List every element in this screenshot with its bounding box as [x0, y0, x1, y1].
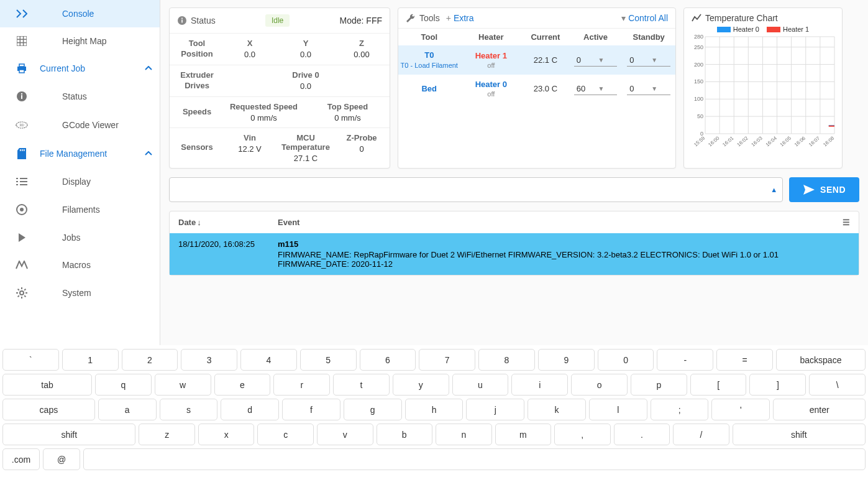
- sidebar-label: Macros: [32, 260, 91, 270]
- sidebar-item-console[interactable]: Console: [0, 0, 160, 27]
- key-e[interactable]: e: [214, 374, 271, 396]
- key-space[interactable]: [83, 448, 866, 470]
- tool-t0-link[interactable]: T0: [398, 50, 460, 60]
- heater0-link[interactable]: Heater 0: [460, 80, 523, 89]
- col-tool: Tool: [398, 32, 460, 42]
- key-enter[interactable]: enter: [773, 399, 866, 420]
- key-m[interactable]: m: [495, 424, 552, 445]
- key-@[interactable]: @: [43, 448, 80, 470]
- key-x[interactable]: x: [198, 424, 255, 445]
- key-y[interactable]: y: [393, 374, 449, 396]
- sidebar-item-jobs[interactable]: Jobs: [0, 224, 160, 251]
- key-.com[interactable]: .com: [2, 448, 40, 470]
- heater1-link[interactable]: Heater 1: [460, 51, 523, 60]
- key-.[interactable]: .: [614, 424, 670, 445]
- bed-active-select[interactable]: 60▼: [574, 83, 618, 95]
- key-1[interactable]: 1: [62, 349, 119, 371]
- key-v[interactable]: v: [317, 424, 373, 445]
- t0-standby-select[interactable]: 0▼: [627, 54, 670, 67]
- svg-text:150: 150: [694, 78, 703, 85]
- sidebar-label: Current Job: [40, 63, 85, 73]
- main-content: Status Idle Mode: FFF Tool Position X0.0…: [160, 0, 868, 348]
- key-backspace[interactable]: backspace: [776, 349, 866, 371]
- sidebar-item-system[interactable]: System: [0, 279, 160, 307]
- key-3[interactable]: 3: [181, 349, 237, 371]
- axis-z-label: Z: [334, 39, 390, 48]
- key-l[interactable]: l: [589, 399, 647, 420]
- key-8[interactable]: 8: [478, 349, 535, 371]
- key-5[interactable]: 5: [300, 349, 357, 371]
- key-u[interactable]: u: [452, 374, 509, 396]
- temperature-chart-card: Temperature Chart Heater 0 Heater 1 0501…: [683, 7, 843, 169]
- key-p[interactable]: p: [631, 374, 687, 396]
- key-shift[interactable]: shift: [733, 424, 866, 445]
- key-caps[interactable]: caps: [2, 399, 95, 420]
- key-`[interactable]: `: [2, 349, 59, 371]
- tool-bed-link[interactable]: Bed: [398, 84, 460, 93]
- key-[[interactable]: [: [690, 374, 747, 396]
- bed-standby-select[interactable]: 0▼: [627, 83, 670, 95]
- key-g[interactable]: g: [344, 399, 402, 420]
- key-][interactable]: ]: [749, 374, 806, 396]
- key-shift[interactable]: shift: [2, 424, 135, 445]
- sidebar-item-filaments[interactable]: Filaments: [0, 195, 160, 224]
- vin-label: Vin: [222, 133, 278, 142]
- t0-active-select[interactable]: 0▼: [574, 54, 618, 67]
- key-/[interactable]: /: [673, 424, 729, 445]
- sidebar-item-status[interactable]: Status: [0, 82, 160, 111]
- key-2[interactable]: 2: [122, 349, 178, 371]
- sidebar-group-currentjob[interactable]: Current Job: [0, 55, 160, 82]
- grid-icon: [11, 36, 32, 46]
- key-z[interactable]: z: [139, 424, 195, 445]
- sidebar-item-heightmap[interactable]: Height Map: [0, 27, 160, 55]
- svg-line-31: [18, 295, 19, 297]
- key-7[interactable]: 7: [419, 349, 475, 371]
- key-f[interactable]: f: [282, 399, 340, 420]
- key-'[interactable]: ': [711, 399, 770, 420]
- sidebar-label: System: [32, 288, 91, 298]
- key-b[interactable]: b: [377, 424, 433, 445]
- key-h[interactable]: h: [405, 399, 464, 420]
- console-menu-button[interactable]: ☰: [843, 218, 850, 227]
- extra-link[interactable]: Extra: [454, 13, 474, 23]
- key-t[interactable]: t: [333, 374, 390, 396]
- key-a[interactable]: a: [98, 399, 157, 420]
- gcode-input[interactable]: ▲: [169, 177, 783, 202]
- svg-rect-14: [22, 149, 23, 151]
- control-all-link[interactable]: Control All: [628, 13, 668, 23]
- tool-t0-loadfilament[interactable]: T0 - Load Filament: [398, 61, 460, 70]
- key-tab[interactable]: tab: [2, 374, 92, 396]
- key-=[interactable]: =: [716, 349, 773, 371]
- key-0[interactable]: 0: [598, 349, 654, 371]
- key-c[interactable]: c: [257, 424, 314, 445]
- chevron-up-icon[interactable]: ▲: [770, 186, 777, 193]
- sidebar-group-filemgmt[interactable]: File Management: [0, 139, 160, 168]
- chart-icon: [692, 14, 701, 22]
- sidebar-item-display[interactable]: Display: [0, 168, 160, 195]
- key-n[interactable]: n: [436, 424, 492, 445]
- sidebar-item-macros[interactable]: Macros: [0, 251, 160, 279]
- key-9[interactable]: 9: [538, 349, 595, 371]
- send-button[interactable]: SEND: [789, 177, 859, 202]
- key-w[interactable]: w: [155, 374, 211, 396]
- key-r[interactable]: r: [273, 374, 330, 396]
- key-6[interactable]: 6: [360, 349, 416, 371]
- console-date-header[interactable]: Date↓: [178, 218, 278, 227]
- key-d[interactable]: d: [221, 399, 279, 420]
- key-i[interactable]: i: [511, 374, 568, 396]
- key-\[interactable]: \: [809, 374, 866, 396]
- console-event-header: Event: [278, 218, 843, 227]
- key-q[interactable]: q: [95, 374, 152, 396]
- extruder-label: Extruder Drives: [170, 70, 222, 91]
- key-k[interactable]: k: [528, 399, 586, 420]
- key-s[interactable]: s: [160, 399, 218, 420]
- key-,[interactable]: ,: [554, 424, 611, 445]
- key-;[interactable]: ;: [651, 399, 709, 420]
- key-o[interactable]: o: [571, 374, 628, 396]
- key-4[interactable]: 4: [240, 349, 297, 371]
- key-j[interactable]: j: [466, 399, 524, 420]
- key--[interactable]: -: [657, 349, 713, 371]
- status-card: Status Idle Mode: FFF Tool Position X0.0…: [169, 7, 390, 169]
- chevron-down-icon: ▼: [596, 85, 618, 92]
- sidebar-item-gcodeviewer[interactable]: 3D GCode Viewer: [0, 111, 160, 139]
